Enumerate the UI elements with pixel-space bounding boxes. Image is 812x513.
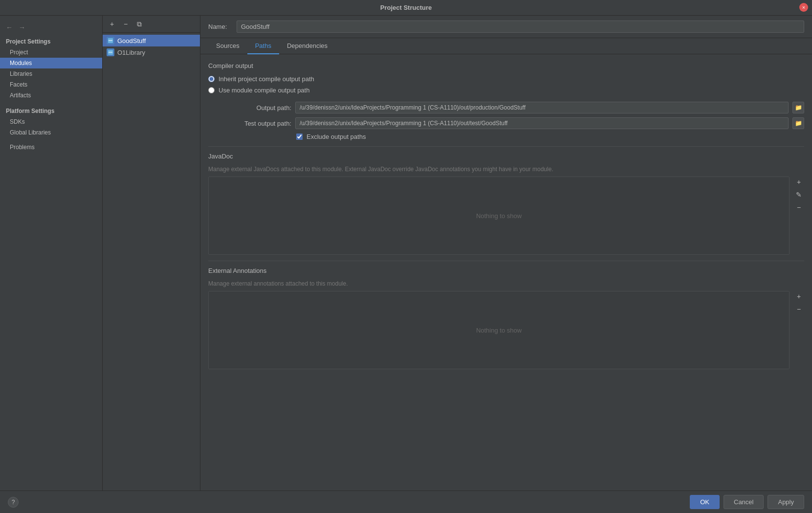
section-divider-2 [208, 261, 804, 261]
nav-arrows: ← → [0, 20, 102, 35]
section-divider-1 [208, 146, 804, 147]
exclude-checkbox-row: Exclude output paths [296, 133, 804, 140]
title-bar: Project Structure × [0, 0, 812, 16]
copy-module-button[interactable]: ⧉ [134, 19, 145, 29]
module-list: GoodStuff O1Library [103, 33, 200, 491]
radio-use-module[interactable] [208, 87, 215, 93]
annotations-remove-button[interactable]: − [793, 304, 804, 314]
exclude-checkbox[interactable] [296, 134, 303, 140]
annotations-section: External Annotations Manage external ann… [208, 267, 804, 369]
module-icon-goodstuff [107, 37, 114, 45]
forward-button[interactable]: → [17, 22, 27, 32]
sidebar-item-modules[interactable]: Modules [0, 58, 102, 68]
tab-dependencies[interactable]: Dependencies [279, 38, 335, 54]
paths-tab-content: Compiler output Inherit project compile … [200, 54, 812, 491]
svg-rect-1 [109, 40, 112, 41]
test-output-path-row: Test output path: 📁 [238, 117, 804, 129]
test-output-path-folder-button[interactable]: 📁 [792, 117, 804, 129]
module-item-goodstuff[interactable]: GoodStuff [103, 35, 200, 46]
project-settings-title: Project Settings [0, 35, 102, 47]
sidebar-item-artifacts[interactable]: Artifacts [0, 90, 102, 101]
radio-inherit[interactable] [208, 76, 215, 82]
radio-inherit-label[interactable]: Inherit project compile output path [219, 75, 314, 83]
bottom-bar: ? OK Cancel Apply [0, 491, 812, 513]
sidebar-item-project[interactable]: Project [0, 47, 102, 58]
close-button[interactable]: × [799, 3, 808, 12]
sidebar-item-problems[interactable]: Problems [0, 142, 102, 153]
content-area: ← → Project Settings Project Modules Lib… [0, 16, 812, 491]
annotations-desc: Manage external annotations attached to … [208, 280, 804, 287]
svg-rect-3 [109, 52, 112, 53]
cancel-button[interactable]: Cancel [724, 495, 764, 509]
module-label-o1library: O1Library [117, 49, 145, 56]
exclude-checkbox-label[interactable]: Exclude output paths [307, 133, 366, 140]
annotations-side-buttons: + − [793, 291, 804, 314]
sidebar-divider-2 [0, 138, 102, 142]
sidebar-item-global-libraries[interactable]: Global Libraries [0, 127, 102, 138]
annotations-title: External Annotations [208, 267, 804, 274]
javadoc-section: JavaDoc Manage external JavaDocs attache… [208, 153, 804, 255]
tab-sources[interactable]: Sources [208, 38, 247, 54]
name-input[interactable] [237, 21, 804, 33]
javadoc-area-wrapper: Nothing to show + ✎ − [208, 177, 804, 255]
radio-row-inherit: Inherit project compile output path [208, 75, 804, 83]
sidebar: ← → Project Settings Project Modules Lib… [0, 16, 103, 491]
javadoc-remove-button[interactable]: − [793, 202, 804, 213]
javadoc-empty-label: Nothing to show [476, 212, 522, 220]
tabs-bar: Sources Paths Dependencies [200, 38, 812, 54]
module-panel: + − ⧉ GoodStuff [103, 16, 200, 491]
main-content: Name: Sources Paths Dependencies Compile… [200, 16, 812, 491]
test-output-path-input[interactable] [295, 117, 789, 129]
javadoc-title: JavaDoc [208, 153, 804, 160]
javadoc-edit-button[interactable]: ✎ [793, 189, 804, 200]
back-button[interactable]: ← [4, 22, 15, 32]
javadoc-add-button[interactable]: + [793, 177, 804, 187]
window-title: Project Structure [380, 4, 432, 11]
sidebar-item-sdks[interactable]: SDKs [0, 116, 102, 127]
module-icon-o1library [107, 48, 114, 56]
remove-module-button[interactable]: − [120, 19, 131, 29]
module-item-o1library[interactable]: O1Library [103, 46, 200, 58]
annotations-area: Nothing to show [208, 291, 790, 369]
output-path-input[interactable] [295, 102, 789, 113]
module-label-goodstuff: GoodStuff [117, 37, 146, 45]
output-path-folder-button[interactable]: 📁 [792, 102, 804, 113]
name-row: Name: [200, 16, 812, 38]
output-path-row: Output path: 📁 [238, 102, 804, 113]
main-container: ← → Project Settings Project Modules Lib… [0, 16, 812, 513]
test-output-path-label: Test output path: [238, 120, 291, 127]
module-toolbar: + − ⧉ [103, 16, 200, 33]
output-path-label: Output path: [238, 104, 291, 112]
javadoc-desc: Manage external JavaDocs attached to thi… [208, 166, 804, 173]
compiler-output-radio-group: Inherit project compile output path Use … [208, 75, 804, 94]
javadoc-side-buttons: + ✎ − [793, 177, 804, 213]
ok-button[interactable]: OK [690, 495, 720, 509]
sidebar-divider [0, 101, 102, 105]
javadoc-area: Nothing to show [208, 177, 790, 255]
sidebar-item-libraries[interactable]: Libraries [0, 68, 102, 79]
platform-settings-title: Platform Settings [0, 105, 102, 116]
radio-row-module: Use module compile output path [208, 87, 804, 94]
annotations-area-wrapper: Nothing to show + − [208, 291, 804, 369]
add-module-button[interactable]: + [107, 19, 117, 29]
apply-button[interactable]: Apply [768, 495, 804, 509]
name-label: Name: [208, 23, 233, 30]
radio-use-module-label[interactable]: Use module compile output path [219, 87, 309, 94]
tab-paths[interactable]: Paths [247, 38, 279, 54]
compiler-output-title: Compiler output [208, 62, 804, 69]
sidebar-item-facets[interactable]: Facets [0, 79, 102, 90]
annotations-empty-label: Nothing to show [476, 327, 522, 334]
annotations-add-button[interactable]: + [793, 291, 804, 302]
help-button[interactable]: ? [8, 497, 19, 508]
